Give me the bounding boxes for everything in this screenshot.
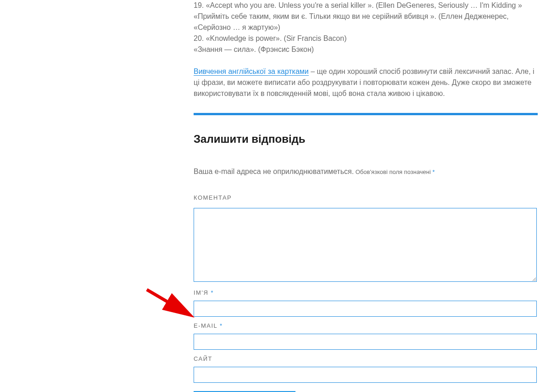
- email-label: E-MAIL *: [194, 322, 538, 329]
- email-input[interactable]: [194, 334, 537, 350]
- reply-notice-main: Ваша e-mail адреса не оприлюднюватиметьс…: [194, 168, 354, 175]
- article-line-3: 20. «Knowledge is power». (Sir Francis B…: [194, 33, 538, 44]
- email-label-text: E-MAIL: [194, 322, 217, 329]
- link-paragraph: Вивчення англійської за картками – ще од…: [194, 66, 538, 99]
- flashcards-link[interactable]: Вивчення англійської за картками: [194, 67, 309, 76]
- article-line-1: 19. «Accept who you are. Unless you're a…: [194, 0, 538, 11]
- article-text-block: 19. «Accept who you are. Unless you're a…: [194, 0, 538, 55]
- reply-notice: Ваша e-mail адреса не оприлюднюватиметьс…: [194, 168, 538, 176]
- content-divider: [194, 113, 538, 115]
- name-label: ІМ'Я *: [194, 289, 538, 296]
- site-input[interactable]: [194, 367, 537, 383]
- reply-heading: Залишити відповідь: [194, 133, 538, 146]
- email-required-star: *: [220, 322, 223, 329]
- required-star: *: [433, 168, 435, 175]
- arrow-annotation-icon: [143, 286, 198, 323]
- name-input[interactable]: [194, 301, 537, 317]
- main-content: 19. «Accept who you are. Unless you're a…: [194, 0, 538, 392]
- comment-label: КОМЕНТАР: [194, 194, 538, 201]
- article-line-2: «Прийміть себе таким, яким ви є. Тільки …: [194, 11, 538, 33]
- article-line-4: «Знання — сила». (Фрэнсис Бэкон): [194, 44, 538, 55]
- name-required-star: *: [211, 289, 214, 296]
- comment-textarea[interactable]: [194, 208, 537, 282]
- reply-notice-small: Обов'язкові поля позначені: [354, 168, 432, 175]
- svg-line-1: [147, 290, 189, 314]
- name-label-text: ІМ'Я: [194, 289, 208, 296]
- site-label: САЙТ: [194, 355, 538, 362]
